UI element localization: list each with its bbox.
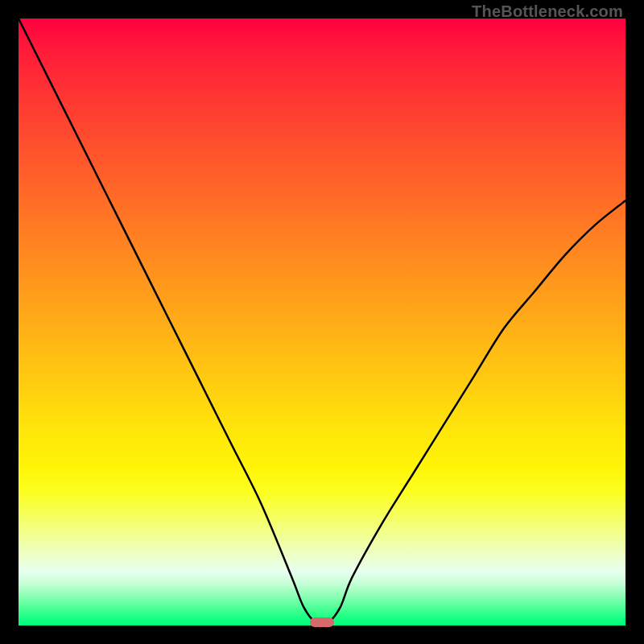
bottleneck-curve [19,19,625,625]
attribution-label: TheBottleneck.com [472,2,623,21]
plot-area [19,19,625,625]
chart-frame: TheBottleneck.com [0,0,644,644]
optimum-marker [310,617,334,627]
